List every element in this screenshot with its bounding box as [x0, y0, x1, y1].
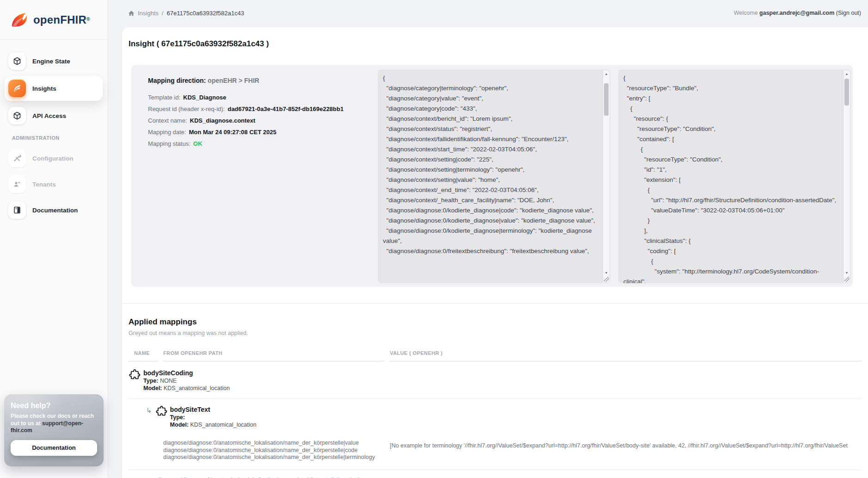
openfhir-flame-icon — [10, 12, 29, 28]
user-email: gasper.andrejc@gmail.com — [759, 10, 834, 16]
page-title: Insight ( 67e1175c0a63932f582a1c43 ) — [129, 39, 269, 49]
puzzle-icon — [155, 405, 168, 418]
sidebar-item-label: Insights — [32, 85, 56, 92]
scroll-down-arrow[interactable]: ▼ — [843, 269, 850, 276]
scrollbar-thumb[interactable] — [604, 83, 609, 116]
sidebar-item-api-access[interactable]: API Access — [5, 105, 103, 127]
child-arrow-icon: ↳ — [146, 406, 152, 415]
mapping-direction-value: openEHR > FHIR — [208, 77, 259, 84]
openehr-path: diagnose/diagnose:0/anatomische_lokalisa… — [163, 454, 862, 461]
sidebar-item-label: Documentation — [32, 207, 78, 214]
field-mapping-status: Mapping status:OK — [148, 140, 356, 147]
breadcrumb: Insights / 67e1175c0a63932f582a1c43 — [128, 10, 244, 17]
column-header-name: NAME — [129, 350, 158, 361]
brand-name: openFHIR — [33, 13, 86, 26]
sidebar-item-label: Configuration — [32, 155, 73, 162]
sidebar-item-label: Engine State — [32, 58, 70, 65]
breadcrumb-insights-link[interactable]: Insights — [138, 10, 159, 17]
cube-icon — [8, 52, 26, 70]
mapping-type: Type: — [170, 414, 257, 421]
table-header-row: NAME FROM OPENEHR PATH VALUE ( OPENEHR ) — [129, 350, 862, 361]
scrollbar: ▲ ▼ — [603, 70, 609, 282]
user-welcome: Welcome gasper.andrejc@gmail.com (Sign o… — [734, 10, 861, 16]
table-row: ↳ bodySiteText Type: Model: KDS_anatomic… — [129, 399, 862, 470]
openehr-value: [No example for terminology '//fhir.hl7.… — [390, 442, 862, 449]
openehr-path: diagnose/diagnose:1/anatomische_lokalisa… — [157, 477, 862, 478]
status-ok-badge: OK — [193, 140, 203, 147]
column-header-from-path: FROM OPENEHR PATH — [163, 350, 384, 361]
logo: openFHIR® — [0, 0, 107, 40]
sidebar-item-tenants[interactable]: Tenants — [5, 173, 103, 195]
mapping-name: bodySiteCoding — [143, 369, 230, 377]
admin-section-heading: ADMINISTRATION — [12, 135, 103, 141]
need-help-card: Need help? Please check our docs or reac… — [4, 394, 104, 466]
scroll-up-arrow[interactable]: ▲ — [843, 70, 850, 77]
help-title: Need help? — [11, 402, 97, 410]
field-context-name: Context name:KDS_diagnose.context — [148, 117, 356, 124]
openehr-json-content[interactable]: { "diagnose/category|terminology": "open… — [378, 69, 610, 283]
insight-card: Insight ( 67e1175c0a63932f582a1c43 ) Map… — [122, 27, 868, 478]
mapping-direction: Mapping direction: openEHR > FHIR — [148, 77, 356, 84]
scroll-up-arrow[interactable]: ▲ — [603, 70, 609, 77]
applied-mappings-title: Applied mappings — [129, 317, 862, 327]
documentation-button[interactable]: Documentation — [11, 440, 97, 456]
tenants-person-icon — [8, 175, 26, 193]
sign-out-link[interactable]: (Sign out) — [834, 10, 861, 16]
applied-mappings-subtitle: Greyed out means a mapping was not appli… — [129, 330, 862, 336]
sidebar-item-documentation[interactable]: Documentation — [5, 199, 103, 221]
mapping-panel: Mapping direction: openEHR > FHIR Templa… — [131, 65, 853, 287]
table-row: diagnose/diagnose:1/anatomische_lokalisa… — [129, 470, 862, 478]
field-mapping-date: Mapping date:Mon Mar 24 09:27:08 CET 202… — [148, 129, 356, 136]
sidebar-item-insights[interactable]: Insights — [5, 76, 103, 101]
scrollbar: ▲ ▼ — [843, 70, 850, 282]
tools-icon — [8, 149, 26, 167]
openehr-json-textarea[interactable]: { "diagnose/category|terminology": "open… — [378, 69, 610, 283]
scrollbar-thumb[interactable] — [844, 79, 849, 106]
mapping-model: Model: KDS_anatomical_location — [170, 421, 257, 428]
resize-grip[interactable] — [844, 277, 850, 282]
column-header-value: VALUE ( OPENEHR ) — [390, 350, 862, 361]
sidebar-item-engine-state[interactable]: Engine State — [5, 50, 103, 72]
help-body: Please check our docs or reach out to us… — [11, 413, 95, 435]
welcome-text: Welcome — [734, 10, 759, 16]
mapping-model: Model: KDS_anatomical_location — [143, 385, 230, 392]
fhir-json-textarea[interactable]: { "resourceType": "Bundle", "entry": [ {… — [618, 69, 851, 283]
cube-icon — [8, 107, 26, 124]
insights-leaf-icon — [8, 80, 26, 97]
sidebar-item-label: Tenants — [32, 181, 56, 188]
breadcrumb-current-id: 67e1175c0a63932f582a1c43 — [166, 10, 244, 17]
table-row: bodySiteCoding Type: NONE Model: KDS_ana… — [129, 361, 862, 399]
home-icon — [128, 10, 135, 17]
applied-mappings-section: Applied mappings Greyed out means a mapp… — [122, 303, 868, 478]
mapping-type: Type: NONE — [143, 377, 230, 385]
brand-reg: ® — [86, 16, 90, 21]
field-template-id: Template id:KDS_Diagnose — [148, 94, 356, 101]
breadcrumb-separator: / — [162, 10, 164, 17]
sidebar: openFHIR® Engine State Insights API Acce… — [0, 0, 108, 478]
book-icon — [8, 201, 26, 219]
scroll-down-arrow[interactable]: ▼ — [603, 269, 609, 276]
fhir-json-content[interactable]: { "resourceType": "Bundle", "entry": [ {… — [618, 69, 851, 283]
sidebar-item-label: API Access — [32, 112, 66, 119]
field-request-id: Request id (header x-req-id):dad67921-0a… — [148, 106, 356, 112]
puzzle-icon — [129, 369, 141, 381]
mapping-name: bodySiteText — [170, 405, 257, 414]
mapping-details: Mapping direction: openEHR > FHIR Templa… — [148, 77, 356, 152]
sidebar-item-configuration[interactable]: Configuration — [5, 147, 103, 169]
resize-grip[interactable] — [604, 277, 609, 282]
